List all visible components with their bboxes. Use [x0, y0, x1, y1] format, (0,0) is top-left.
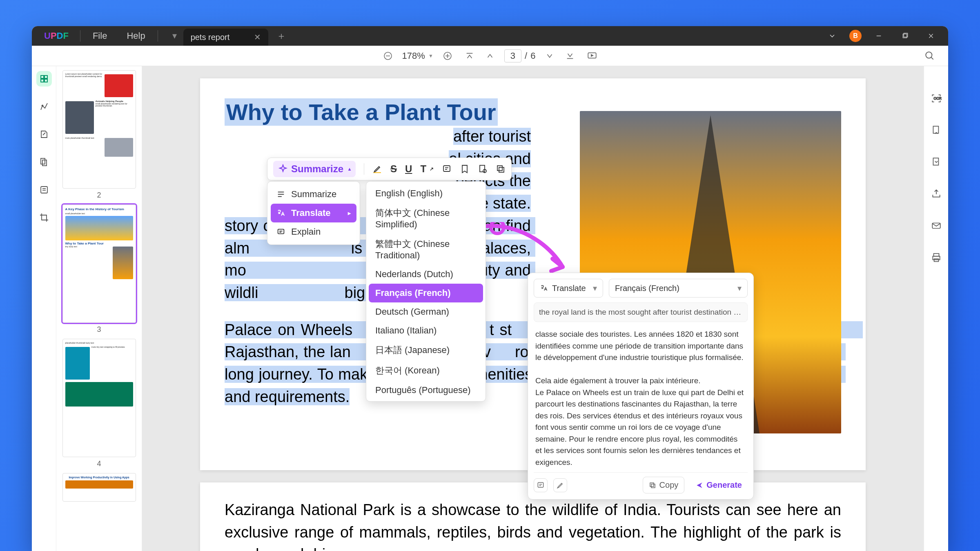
- titlebar: UPDF File Help ▾ pets report ✕ ＋ B: [32, 26, 948, 46]
- svg-rect-34: [443, 166, 450, 171]
- tab-strip: ▾ pets report ✕ ＋: [166, 26, 289, 46]
- zoom-in-button[interactable]: [441, 50, 454, 62]
- close-tab-icon[interactable]: ✕: [254, 32, 261, 42]
- user-avatar[interactable]: B: [849, 30, 862, 42]
- thumbnail-page-3[interactable]: A Key Phase in the History of Tourism sm…: [62, 204, 136, 323]
- target-language-dropdown[interactable]: Français (French) ▾: [609, 279, 748, 298]
- link-button[interactable]: [478, 164, 488, 174]
- chevron-right-icon: ▸: [348, 210, 351, 216]
- prev-page-button[interactable]: [484, 50, 496, 62]
- app-window: UPDF File Help ▾ pets report ✕ ＋ B: [32, 26, 948, 551]
- last-page-button[interactable]: [564, 50, 576, 62]
- svg-rect-19: [45, 79, 47, 82]
- app-logo: UPDF: [35, 31, 78, 41]
- tab-title: pets report: [191, 33, 230, 42]
- svg-rect-30: [933, 253, 939, 256]
- lang-item[interactable]: Deutsch (German): [369, 302, 483, 321]
- note-button[interactable]: [442, 164, 452, 174]
- translate-icon: [540, 284, 548, 292]
- svg-rect-17: [45, 76, 47, 78]
- print-rail-button[interactable]: [929, 250, 944, 265]
- left-tool-rail: [32, 66, 56, 551]
- svg-rect-18: [41, 79, 44, 82]
- strikethrough-button[interactable]: S: [390, 163, 397, 175]
- page-total: 6: [530, 51, 535, 61]
- window-maximize-button[interactable]: [896, 29, 914, 43]
- lang-item[interactable]: Français (French): [369, 284, 483, 302]
- document-tab[interactable]: pets report ✕: [183, 29, 269, 46]
- crop-rail-button[interactable]: [36, 210, 52, 225]
- zoom-level[interactable]: 178% ▼: [402, 51, 433, 61]
- copy-result-button[interactable]: Copy: [643, 477, 685, 493]
- lang-item[interactable]: English (English): [369, 184, 483, 203]
- next-page-button[interactable]: [543, 50, 556, 62]
- search-button[interactable]: [924, 50, 936, 62]
- presentation-button[interactable]: [586, 50, 598, 62]
- generate-button[interactable]: Generate: [690, 477, 748, 493]
- zoom-out-button[interactable]: [382, 50, 394, 62]
- lang-item[interactable]: 繁體中文 (Chinese Traditional): [369, 234, 483, 265]
- menu-item-explain[interactable]: Explain: [271, 222, 356, 241]
- email-rail-button[interactable]: [929, 218, 944, 233]
- pages-rail-button[interactable]: [36, 154, 52, 170]
- window-close-button[interactable]: [922, 29, 940, 43]
- compress-rail-button[interactable]: [929, 154, 944, 170]
- highlight-color-button[interactable]: [372, 164, 382, 174]
- right-tool-rail: OCR: [924, 66, 948, 551]
- summarize-dropdown-button[interactable]: Summarize ▴: [273, 161, 356, 177]
- doc-body-next: Kaziranga National Park is a showcase to…: [225, 499, 841, 551]
- tab-history-dropdown[interactable]: ▾: [166, 27, 183, 44]
- menu-file[interactable]: File: [83, 31, 117, 41]
- edit-rail-button[interactable]: [36, 127, 52, 142]
- thumbnail-panel: Lorem ipsum text placeholder content for…: [56, 66, 142, 551]
- svg-rect-22: [42, 160, 47, 166]
- svg-rect-39: [499, 167, 504, 172]
- menu-help[interactable]: Help: [117, 31, 155, 41]
- translate-mode-dropdown[interactable]: Translate ▾: [534, 279, 603, 298]
- svg-rect-23: [41, 187, 47, 193]
- menu-item-summarize[interactable]: Summarize: [271, 185, 356, 204]
- lang-item[interactable]: Italiano (Italian): [369, 321, 483, 340]
- send-icon: [696, 482, 703, 489]
- share-rail-button[interactable]: [929, 186, 944, 202]
- view-toolbar: 178% ▼ 3 / 6: [32, 46, 948, 66]
- lang-item[interactable]: 한국어 (Korean): [369, 360, 483, 381]
- lang-item[interactable]: Русский (Russian): [369, 400, 483, 402]
- bookmark-button[interactable]: [460, 164, 470, 174]
- page-current-input[interactable]: 3: [504, 49, 521, 62]
- thumbnail-page-4[interactable]: placeholder thumbnail body text more tin…: [62, 339, 136, 457]
- chevron-up-icon: ▴: [348, 166, 351, 172]
- convert-rail-button[interactable]: [929, 122, 944, 138]
- svg-text:OCR: OCR: [933, 96, 941, 100]
- copy-button[interactable]: [496, 164, 506, 174]
- thumbnail-page-5[interactable]: Improve Working Productivity in Using Ap…: [62, 473, 136, 502]
- language-submenu: English (English)简体中文 (Chinese Simplifie…: [366, 181, 486, 402]
- zoom-dropdown-icon: ▼: [428, 53, 433, 59]
- lang-item[interactable]: Nederlands (Dutch): [369, 265, 483, 284]
- ocr-rail-button[interactable]: OCR: [929, 91, 944, 106]
- thumbnail-number: 4: [97, 460, 101, 468]
- highlight-rail-button[interactable]: [36, 99, 52, 114]
- new-tab-button[interactable]: ＋: [274, 29, 289, 43]
- underline-button[interactable]: U: [405, 163, 412, 175]
- thumbnails-rail-button[interactable]: [36, 71, 52, 87]
- svg-rect-48: [538, 482, 543, 487]
- form-rail-button[interactable]: [36, 182, 52, 198]
- lang-item[interactable]: 简体中文 (Chinese Simplified): [369, 203, 483, 234]
- text-edit-button[interactable]: T↗: [420, 163, 434, 175]
- svg-point-14: [926, 52, 932, 58]
- lang-item[interactable]: Português (Portuguese): [369, 381, 483, 400]
- first-page-button[interactable]: [463, 50, 476, 62]
- thumbnail-number: 2: [97, 191, 101, 200]
- chevron-down-icon[interactable]: [823, 29, 841, 43]
- thumbnail-page-2[interactable]: Lorem ipsum text placeholder content for…: [62, 70, 136, 189]
- svg-line-15: [931, 57, 933, 59]
- window-minimize-button[interactable]: [870, 29, 888, 43]
- svg-rect-40: [497, 166, 502, 171]
- svg-marker-13: [591, 54, 593, 56]
- insert-note-button[interactable]: [534, 478, 548, 492]
- menu-item-translate[interactable]: Translate ▸: [271, 204, 356, 222]
- insert-highlight-button[interactable]: [553, 478, 567, 492]
- lang-item[interactable]: 日本語 (Japanese): [369, 340, 483, 360]
- page-indicator: 3 / 6: [504, 49, 536, 62]
